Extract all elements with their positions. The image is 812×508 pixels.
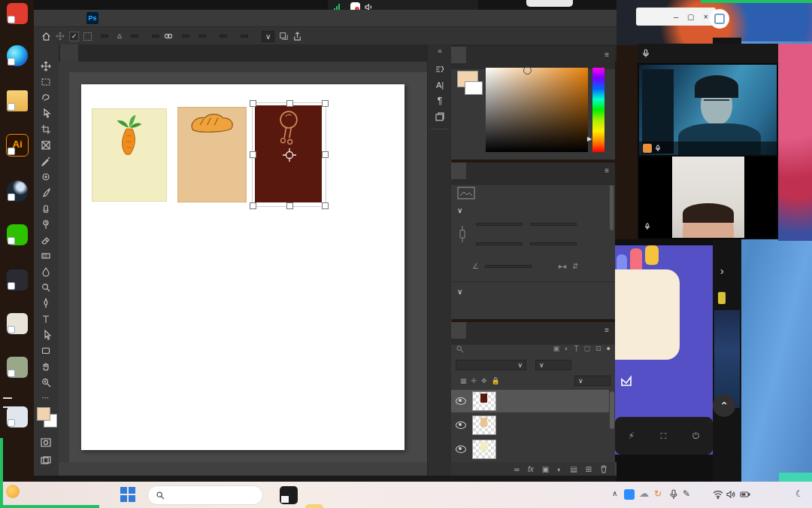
document-tab[interactable] bbox=[60, 44, 78, 62]
task-view-icon[interactable] bbox=[280, 486, 298, 504]
desktop-icon-gris[interactable] bbox=[0, 313, 35, 336]
mini-close-button[interactable]: × bbox=[704, 12, 708, 21]
brush-settings-panel-icon[interactable] bbox=[428, 61, 452, 77]
panel-menu-icon[interactable]: ≡ bbox=[604, 322, 609, 339]
dodge-tool[interactable] bbox=[34, 279, 58, 295]
tab-patterns[interactable] bbox=[502, 47, 517, 63]
angle-field[interactable] bbox=[485, 265, 532, 268]
moon-icon[interactable]: ☾ bbox=[795, 488, 804, 499]
volume-icon[interactable] bbox=[726, 490, 736, 499]
tray-expand-icon[interactable]: ∧ bbox=[612, 489, 617, 497]
x-field[interactable] bbox=[101, 35, 108, 38]
layer-row-1[interactable] bbox=[451, 438, 609, 461]
tab-color[interactable] bbox=[451, 47, 466, 63]
sidebar-thumbnail[interactable] bbox=[714, 310, 740, 408]
w-field[interactable] bbox=[476, 223, 523, 226]
path-selection-tool[interactable] bbox=[34, 327, 58, 342]
tab-channels[interactable] bbox=[468, 322, 483, 339]
saturation-brightness-field[interactable] bbox=[486, 68, 588, 152]
history-brush-tool[interactable] bbox=[34, 216, 58, 232]
filter-type-icon[interactable]: T bbox=[574, 345, 578, 353]
w-field[interactable] bbox=[152, 35, 159, 38]
lock-position-icon[interactable]: ✥ bbox=[481, 377, 487, 385]
object-selection-tool[interactable] bbox=[34, 105, 58, 121]
visibility-eye-icon[interactable] bbox=[456, 421, 466, 429]
layer-thumbnail[interactable] bbox=[472, 440, 496, 459]
lock-all-icon[interactable]: 🔒 bbox=[492, 377, 500, 385]
search-box[interactable] bbox=[147, 485, 263, 505]
brush-tool[interactable] bbox=[34, 184, 58, 200]
frame-tool[interactable] bbox=[34, 137, 58, 153]
history-panel-icon[interactable] bbox=[428, 108, 452, 124]
h-field[interactable] bbox=[476, 242, 523, 245]
home-icon[interactable] bbox=[41, 32, 51, 41]
flip-horizontal-icon[interactable]: ▸◂ bbox=[559, 262, 566, 270]
mini-maximize-button[interactable]: ▢ bbox=[687, 13, 694, 21]
desktop-icon-steam[interactable] bbox=[0, 181, 35, 203]
tab-paths[interactable] bbox=[486, 322, 501, 339]
notification-badge[interactable] bbox=[710, 9, 729, 29]
desktop-icon-kuaiya[interactable] bbox=[0, 3, 35, 26]
transform-section-header[interactable]: ∨ bbox=[457, 206, 462, 214]
card-carrot[interactable] bbox=[92, 108, 167, 202]
x-field[interactable] bbox=[530, 223, 577, 226]
desktop-icon-illustrator[interactable]: Ai bbox=[0, 134, 35, 158]
mini-minimize-button[interactable]: – bbox=[674, 12, 678, 21]
card-chicken[interactable] bbox=[255, 105, 322, 202]
flip-vertical-icon[interactable]: ⇵ bbox=[572, 262, 578, 270]
color-cursor[interactable] bbox=[523, 66, 532, 75]
tray-blue-app-icon[interactable] bbox=[624, 489, 635, 500]
properties-scrollbar[interactable] bbox=[610, 185, 614, 230]
new-layer-icon[interactable]: ⊞ bbox=[586, 465, 592, 473]
desktop-icon-edge[interactable] bbox=[0, 45, 35, 68]
battery-icon[interactable] bbox=[740, 490, 750, 499]
lightning-icon[interactable]: ⚡ bbox=[628, 430, 634, 441]
zoom-tool[interactable] bbox=[34, 374, 58, 390]
link-wh-icon[interactable] bbox=[459, 224, 466, 244]
interpolation-select[interactable]: ∨ bbox=[262, 31, 274, 42]
angle-field[interactable] bbox=[198, 35, 206, 38]
tab-properties[interactable] bbox=[451, 163, 466, 179]
color-bg-swatch[interactable] bbox=[465, 81, 483, 95]
y-field[interactable] bbox=[530, 242, 577, 245]
type-tool[interactable] bbox=[34, 311, 58, 327]
share-export-icon[interactable] bbox=[292, 32, 302, 41]
layer-thumbnail[interactable] bbox=[472, 391, 496, 411]
eyedropper-tool[interactable] bbox=[34, 153, 58, 169]
layer-thumbnail[interactable] bbox=[472, 415, 496, 435]
lock-transparent-icon[interactable]: ▦ bbox=[460, 377, 467, 385]
lasso-tool[interactable] bbox=[34, 90, 58, 105]
toolbar-more-button[interactable]: ⋯ bbox=[34, 390, 58, 406]
wifi-icon[interactable] bbox=[713, 490, 723, 499]
healing-brush-tool[interactable] bbox=[34, 169, 58, 184]
quick-mask-button[interactable] bbox=[34, 434, 58, 450]
y-field[interactable] bbox=[131, 35, 138, 38]
filter-toggle-icon[interactable]: ● bbox=[607, 345, 611, 352]
desktop-icon-ori[interactable] bbox=[0, 400, 35, 429]
card-bread[interactable] bbox=[177, 107, 247, 202]
fill-field[interactable]: ∨ bbox=[574, 376, 611, 386]
tab-gradients[interactable] bbox=[486, 47, 501, 63]
desktop-icon-resource[interactable] bbox=[0, 90, 35, 113]
desktop-icon-wechat[interactable] bbox=[0, 224, 35, 247]
marquee-tool[interactable] bbox=[34, 74, 58, 90]
reference-point-checkbox[interactable]: ✓ bbox=[69, 32, 79, 41]
align-section-header[interactable]: ∨ bbox=[457, 287, 462, 296]
onedrive-cloud-icon[interactable]: ☁ bbox=[639, 488, 649, 499]
visibility-eye-icon[interactable] bbox=[456, 446, 466, 453]
hskew-field[interactable] bbox=[220, 35, 227, 38]
hue-slider[interactable] bbox=[592, 68, 604, 152]
h-field[interactable] bbox=[182, 35, 189, 38]
start-button[interactable] bbox=[120, 487, 135, 502]
participant-video-2[interactable] bbox=[639, 157, 777, 238]
layer-mask-icon[interactable]: ▣ bbox=[542, 465, 549, 473]
collapse-chevron-button[interactable]: ⌃ bbox=[713, 394, 735, 417]
foreground-color-swatch[interactable] bbox=[37, 407, 50, 421]
search-input[interactable] bbox=[169, 490, 247, 500]
filter-smart-object-icon[interactable]: ⊡ bbox=[595, 345, 601, 352]
tab-adjustments[interactable] bbox=[468, 163, 483, 179]
weather-widget[interactable] bbox=[6, 485, 24, 498]
tab-layers[interactable] bbox=[451, 322, 466, 339]
link-layers-icon[interactable]: ∞ bbox=[514, 465, 520, 473]
move-tool[interactable] bbox=[34, 58, 58, 74]
